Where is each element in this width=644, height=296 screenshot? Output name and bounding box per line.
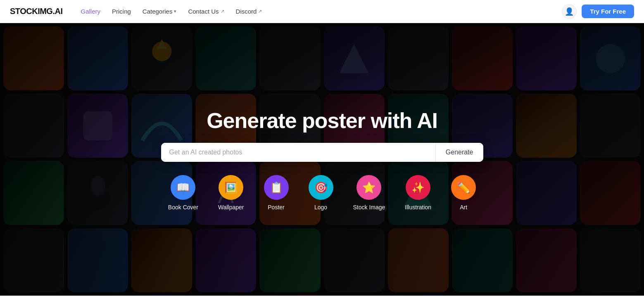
search-bar: Generate xyxy=(161,143,483,162)
illustration-icon: ✨ xyxy=(406,175,430,200)
nav-contact[interactable]: Contact Us ↗ xyxy=(183,5,229,17)
book-cover-label: Book Cover xyxy=(168,204,198,211)
user-avatar-button[interactable]: 👤 xyxy=(562,4,577,19)
poster-label: Poster xyxy=(268,204,284,211)
nav-pricing[interactable]: Pricing xyxy=(107,5,136,17)
stock-image-label: Stock Image xyxy=(353,204,385,211)
hero-section: A Generate poster with AI Generate xyxy=(0,23,644,296)
logo-icon: 🎯 xyxy=(309,175,333,200)
illustration-label: Illustration xyxy=(405,204,431,211)
art-icon: ✏️ xyxy=(451,175,476,200)
user-icon: 👤 xyxy=(565,7,574,16)
hero-content: Generate poster with AI Generate 📖 Book … xyxy=(0,108,644,211)
generate-button[interactable]: Generate xyxy=(435,143,483,162)
category-list: 📖 Book Cover 🖼️ Wallpaper 📋 Poster xyxy=(168,175,476,211)
search-input[interactable] xyxy=(161,143,435,162)
stock-image-icon: ⭐ xyxy=(356,175,381,200)
navbar-right: 👤 Try For Free xyxy=(562,4,634,19)
category-item-illustration[interactable]: ✨ Illustration xyxy=(405,175,431,211)
category-item-stock-image[interactable]: ⭐ Stock Image xyxy=(353,175,385,211)
poster-icon: 📋 xyxy=(264,175,289,200)
art-label: Art xyxy=(460,204,467,211)
logo-label: Logo xyxy=(314,204,327,211)
hero-title: Generate poster with AI xyxy=(207,108,437,133)
nav-categories[interactable]: Categories ▾ xyxy=(138,5,182,17)
external-link-icon: ↗ xyxy=(221,9,224,14)
external-link-icon-2: ↗ xyxy=(258,9,262,14)
category-item-logo[interactable]: 🎯 Logo xyxy=(309,175,333,211)
nav-discord[interactable]: Discord ↗ xyxy=(231,5,267,17)
nav-links: Gallery Pricing Categories ▾ Contact Us … xyxy=(76,5,562,17)
category-item-art[interactable]: ✏️ Art xyxy=(451,175,476,211)
chevron-down-icon: ▾ xyxy=(174,9,176,14)
category-item-book-cover[interactable]: 📖 Book Cover xyxy=(168,175,198,211)
book-cover-icon: 📖 xyxy=(171,175,195,200)
wallpaper-icon: 🖼️ xyxy=(219,175,243,200)
category-item-poster[interactable]: 📋 Poster xyxy=(264,175,289,211)
navbar: STOCKIMG.AI Gallery Pricing Categories ▾… xyxy=(0,0,644,23)
wallpaper-label: Wallpaper xyxy=(218,204,244,211)
nav-gallery[interactable]: Gallery xyxy=(76,5,105,17)
category-item-wallpaper[interactable]: 🖼️ Wallpaper xyxy=(218,175,244,211)
brand-logo[interactable]: STOCKIMG.AI xyxy=(10,7,62,16)
try-free-button[interactable]: Try For Free xyxy=(582,5,634,18)
